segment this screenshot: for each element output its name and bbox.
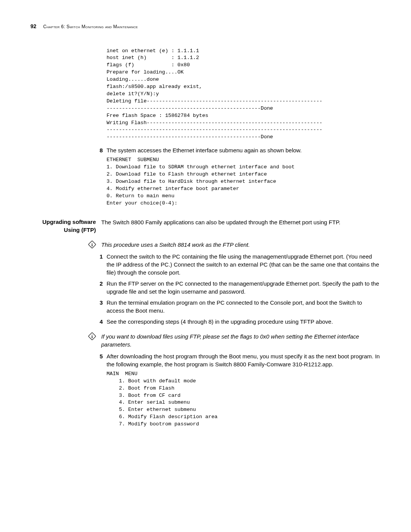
page-number: 92: [30, 23, 37, 30]
terminal-output-main-menu: MAIN MENU 1. Boot with default mode 2. B…: [107, 371, 381, 428]
info-note-2: i If you want to download files using FT…: [30, 332, 381, 348]
step-text: Run the terminal emulation program on th…: [107, 299, 381, 315]
svg-text:i: i: [91, 242, 93, 247]
step-number: 2: [98, 280, 103, 296]
section-body: The Switch 8800 Family applications can …: [101, 218, 381, 234]
step-number: 8: [98, 146, 103, 154]
step-text: See the corresponding steps (4 through 8…: [107, 318, 381, 326]
section-upgrading-ftp: Upgrading software Using (FTP) The Switc…: [30, 218, 381, 234]
info-note-1: i This procedure uses a Switch 8814 work…: [30, 241, 381, 249]
step-text: Run the FTP server on the PC connected t…: [107, 280, 381, 296]
step-5: 5 After downloading the host program thr…: [98, 352, 381, 368]
info-icon: i: [88, 241, 96, 248]
step-number: 3: [98, 299, 103, 315]
info-text: If you want to download files using FTP,…: [101, 332, 381, 348]
step-2: 2 Run the FTP server on the PC connected…: [98, 280, 381, 296]
step-3: 3 Run the terminal emulation program on …: [98, 299, 381, 315]
step-text: The system accesses the Ethernet interfa…: [107, 146, 381, 154]
step-text: After downloading the host program throu…: [107, 352, 381, 368]
chapter-title: Chapter 6: Switch Monitoring and Mainten…: [43, 24, 138, 30]
step-text: Connect the switch to the PC containing …: [107, 252, 381, 276]
step-number: 4: [98, 318, 103, 326]
section-label: Upgrading software Using (FTP): [30, 218, 96, 234]
info-text: This procedure uses a Switch 8814 work a…: [101, 241, 381, 249]
step-4: 4 See the corresponding steps (4 through…: [98, 318, 381, 326]
step-8: 8 The system accesses the Ethernet inter…: [98, 146, 381, 154]
terminal-output-ethernet-submenu: ETHERNET SUBMENU 1. Download file to SDR…: [107, 157, 381, 207]
info-icon: i: [88, 332, 96, 340]
svg-text:i: i: [91, 334, 93, 339]
step-number: 5: [98, 352, 103, 368]
page-header: 92 Chapter 6: Switch Monitoring and Main…: [30, 23, 381, 30]
step-number: 1: [98, 252, 103, 276]
terminal-output-loading: inet on ethernet (e) : 1.1.1.1 host inet…: [107, 48, 381, 141]
step-1: 1 Connect the switch to the PC containin…: [98, 252, 381, 276]
